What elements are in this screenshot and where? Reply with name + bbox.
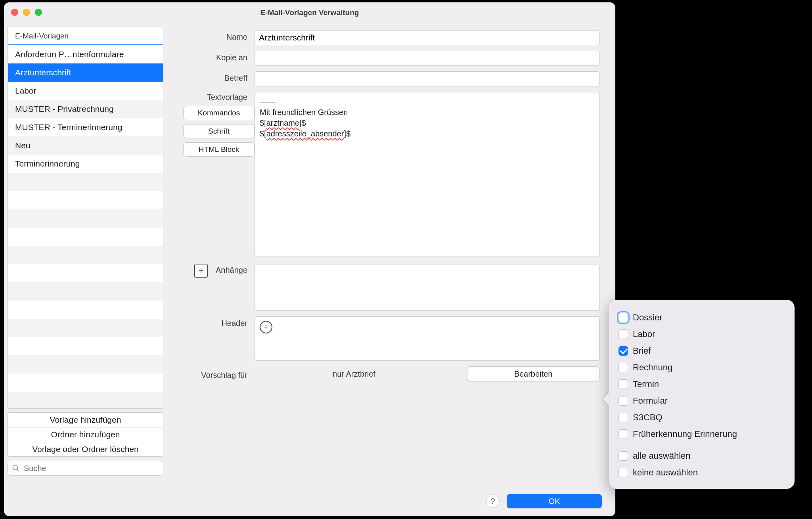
checkbox[interactable] <box>619 329 628 339</box>
minimize-window-icon[interactable] <box>23 9 30 16</box>
sidebar: E-Mail-Vorlagen Anforderun P…ntenformula… <box>4 23 167 516</box>
popover-separator <box>619 445 785 445</box>
popover-option-label: S3CBQ <box>633 412 663 423</box>
commands-button[interactable]: Kommandos <box>183 106 255 120</box>
select-all-label: alle auswählen <box>633 451 691 461</box>
name-label: Name <box>183 30 255 42</box>
popover-option-label: Formular <box>633 396 668 406</box>
suggest-for-label: Vorschlag für <box>183 368 255 380</box>
t-l3c: ]$ <box>299 119 306 127</box>
checkbox[interactable] <box>619 346 628 356</box>
popover-option[interactable]: S3CBQ <box>619 409 785 426</box>
popover-option[interactable]: Rechnung <box>619 359 785 376</box>
popover-option-label: Rechnung <box>633 362 672 373</box>
window: E-Mail-Vorlagen Verwaltung E-Mail-Vorlag… <box>4 2 615 516</box>
list-item <box>8 319 163 337</box>
template-list: E-Mail-Vorlagen Anforderun P…ntenformula… <box>8 27 163 409</box>
add-header-button[interactable]: + <box>260 321 272 333</box>
select-all-row[interactable]: alle auswählen <box>619 448 785 464</box>
popover-option-label: Brief <box>633 346 651 356</box>
popover-option[interactable]: Formular <box>619 393 785 409</box>
t-l3b: arztname <box>266 119 299 127</box>
popover-option-label: Dossier <box>633 312 663 323</box>
select-none-checkbox[interactable] <box>619 468 628 477</box>
list-item[interactable]: MUSTER - Privatrechnung <box>8 100 163 118</box>
text-template-textarea[interactable]: —— Mit freundlichen Grüssen $[arztname]$… <box>255 92 599 257</box>
header-box[interactable]: + <box>255 316 599 361</box>
help-button[interactable]: ? <box>486 494 500 508</box>
popover-option[interactable]: Dossier <box>619 309 785 326</box>
window-title: E-Mail-Vorlagen Verwaltung <box>260 8 359 17</box>
search-icon <box>12 464 20 472</box>
list-item <box>8 228 163 246</box>
search-field[interactable] <box>8 461 163 476</box>
traffic-lights <box>11 9 42 16</box>
select-none-row[interactable]: keine auswählen <box>619 464 785 481</box>
t-l2: Mit freundlichen Grüssen <box>260 108 348 117</box>
attachments-label: Anhänge <box>216 264 255 275</box>
list-item <box>8 392 163 409</box>
select-all-checkbox[interactable] <box>619 451 628 461</box>
header-label: Header <box>183 316 255 328</box>
popover-option-label: Termin <box>633 379 659 389</box>
zoom-window-icon[interactable] <box>35 9 42 16</box>
subject-input[interactable] <box>255 71 599 86</box>
select-none-label: keine auswählen <box>633 467 698 478</box>
sidebar-buttons: Vorlage hinzufügen Ordner hinzufügen Vor… <box>8 413 163 457</box>
template-list-header: E-Mail-Vorlagen <box>8 27 163 45</box>
popover-option-label: Früherkennung Erinnerung <box>633 429 737 439</box>
checkbox[interactable] <box>619 363 628 372</box>
svg-line-1 <box>17 469 19 471</box>
popover-option[interactable]: Früherkennung Erinnerung <box>619 426 785 442</box>
close-window-icon[interactable] <box>11 9 18 16</box>
t-l4b: adresszeile_absender <box>266 129 344 138</box>
delete-button[interactable]: Vorlage oder Ordner löschen <box>8 442 163 457</box>
checkbox[interactable] <box>619 413 628 422</box>
list-item <box>8 373 163 392</box>
t-l3a: $[ <box>260 119 266 127</box>
checkbox[interactable] <box>619 396 628 406</box>
popover-option[interactable]: Termin <box>619 376 785 393</box>
t-l4a: $[ <box>260 129 266 138</box>
name-input[interactable] <box>255 30 599 45</box>
list-item[interactable]: Terminerinnerung <box>8 155 163 173</box>
attachments-box[interactable] <box>255 264 599 311</box>
popover-option-label: Labor <box>633 329 655 339</box>
subject-label: Betreff <box>183 71 255 83</box>
bottom-bar: ? OK <box>167 492 615 516</box>
list-item[interactable]: MUSTER - Terminerinnerung <box>8 118 163 136</box>
t-l1: —— <box>260 97 276 106</box>
add-template-button[interactable]: Vorlage hinzufügen <box>8 412 163 427</box>
html-block-button[interactable]: HTML Block <box>183 142 255 157</box>
checkbox[interactable] <box>619 313 628 322</box>
t-l4c: ]$ <box>344 129 350 138</box>
list-item <box>8 301 163 319</box>
checkbox[interactable] <box>619 429 628 439</box>
ok-button[interactable]: OK <box>507 494 602 508</box>
add-attachment-button[interactable]: + <box>194 264 208 278</box>
add-folder-button[interactable]: Ordner hinzufügen <box>8 427 163 442</box>
list-item <box>8 337 163 355</box>
list-item <box>8 209 163 228</box>
font-button[interactable]: Schrift <box>183 124 255 138</box>
popover-option[interactable]: Labor <box>619 326 785 343</box>
checkbox[interactable] <box>619 379 628 389</box>
list-item <box>8 355 163 373</box>
titlebar: E-Mail-Vorlagen Verwaltung <box>4 2 615 23</box>
search-input[interactable] <box>23 463 159 473</box>
popover-option[interactable]: Brief <box>619 343 785 359</box>
form-panel: Name Kopie an Betreff Textvorlage Komman… <box>167 23 615 516</box>
list-item <box>8 173 163 191</box>
list-item[interactable]: Labor <box>8 82 163 100</box>
list-item <box>8 246 163 264</box>
list-item[interactable]: Arztunterschrift <box>8 63 163 82</box>
text-template-label: Textvorlage <box>183 92 255 102</box>
list-item[interactable]: Neu <box>8 136 163 155</box>
suggest-popover: DossierLaborBriefRechnungTerminFormularS… <box>609 300 795 489</box>
copy-to-input[interactable] <box>255 51 599 66</box>
list-item[interactable]: Anforderun P…ntenformulare <box>8 45 163 63</box>
list-item <box>8 191 163 209</box>
copy-to-label: Kopie an <box>183 51 255 62</box>
suggest-for-value: nur Arztbrief <box>255 366 454 381</box>
edit-button[interactable]: Bearbeiten <box>467 366 599 381</box>
